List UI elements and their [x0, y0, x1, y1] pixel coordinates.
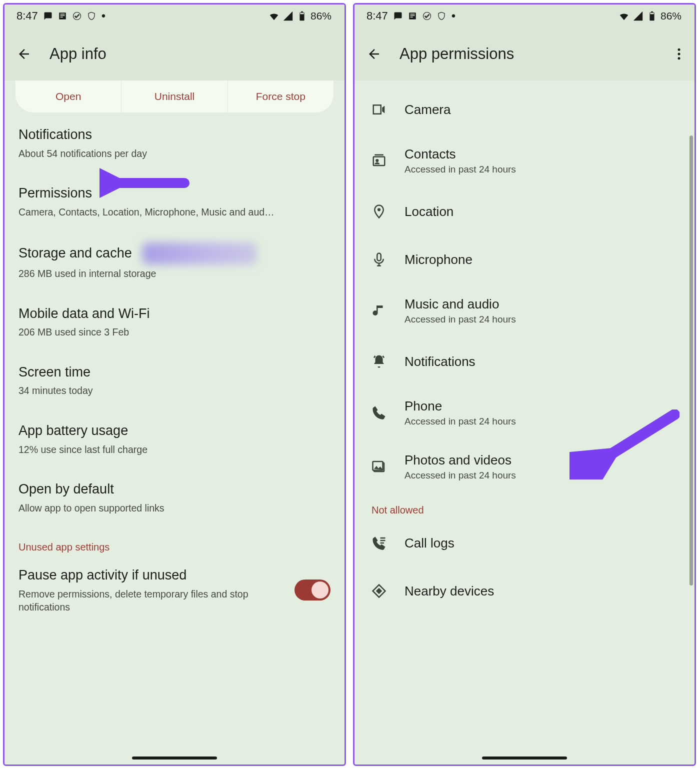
wifi-icon — [268, 10, 280, 22]
article-icon — [408, 12, 417, 20]
shield-icon — [437, 12, 446, 20]
pause-activity-toggle[interactable] — [294, 580, 330, 600]
app-bar: App permissions — [354, 28, 694, 80]
signal-icon — [282, 10, 294, 22]
item-title: Mobile data and Wi-Fi — [18, 304, 330, 324]
cloud-check-icon — [72, 12, 82, 20]
uninstall-button[interactable]: Uninstall — [122, 80, 228, 112]
perm-title: Nearby devices — [404, 584, 678, 599]
svg-rect-5 — [410, 14, 414, 15]
battery-usage-item[interactable]: App battery usage 12% use since last ful… — [4, 410, 344, 468]
perm-title: Camera — [404, 102, 678, 118]
item-title: Permissions — [18, 184, 330, 203]
open-by-default-item[interactable]: Open by default Allow app to open suppor… — [4, 468, 344, 526]
page-title: App permissions — [400, 45, 514, 63]
perm-subtitle: Accessed in past 24 hours — [404, 314, 678, 325]
force-stop-button[interactable]: Force stop — [228, 80, 334, 112]
status-bar: 8:47 • 86% — [354, 4, 694, 28]
svg-rect-3 — [300, 13, 304, 14]
permission-contacts[interactable]: Contacts Accessed in past 24 hours — [354, 134, 694, 188]
cloud-check-icon — [422, 12, 432, 20]
location-icon — [372, 204, 386, 219]
item-title: Storage and cache — [18, 244, 132, 263]
svg-rect-6 — [410, 16, 414, 16]
back-icon[interactable] — [16, 46, 32, 62]
svg-rect-2 — [60, 17, 62, 18]
microphone-icon — [372, 252, 386, 267]
phone-app-permissions: 8:47 • 86% App permissions Camera Contac… — [353, 3, 696, 766]
wifi-icon — [618, 10, 630, 22]
permission-photos[interactable]: Photos and videos Accessed in past 24 ho… — [354, 440, 694, 494]
item-title: Open by default — [18, 480, 330, 499]
perm-subtitle: Accessed in past 24 hours — [404, 416, 678, 427]
permission-notifications[interactable]: Notifications — [354, 338, 694, 386]
bell-icon — [372, 354, 386, 369]
item-title: Notifications — [18, 126, 330, 144]
item-subtitle: 206 MB used since 3 Feb — [18, 326, 330, 338]
svg-point-11 — [678, 57, 680, 60]
screen-time-item[interactable]: Screen time 34 minutes today — [4, 351, 344, 410]
perm-title: Microphone — [404, 252, 678, 268]
chat-bubble-icon — [394, 12, 402, 20]
svg-rect-16 — [377, 254, 381, 261]
perm-subtitle: Accessed in past 24 hours — [404, 164, 678, 175]
permission-camera[interactable]: Camera — [354, 86, 694, 134]
chat-bubble-icon — [44, 12, 52, 20]
perm-subtitle: Accessed in past 24 hours — [404, 470, 678, 481]
open-button[interactable]: Open — [16, 80, 122, 112]
status-battery: 86% — [660, 10, 682, 22]
item-subtitle: Allow app to open supported links — [18, 502, 330, 514]
item-title: App battery usage — [18, 422, 330, 440]
permission-location[interactable]: Location — [354, 188, 694, 236]
status-bar: 8:47 • 86% — [4, 4, 344, 28]
permission-nearby[interactable]: Nearby devices — [354, 567, 694, 615]
perm-title: Phone — [404, 398, 678, 414]
permission-music[interactable]: Music and audio Accessed in past 24 hour… — [354, 284, 694, 338]
svg-rect-8 — [650, 13, 654, 14]
music-note-icon — [372, 303, 386, 318]
mobile-data-item[interactable]: Mobile data and Wi-Fi 206 MB used since … — [4, 292, 344, 351]
perm-title: Location — [404, 204, 678, 220]
battery-icon — [646, 10, 658, 22]
svg-rect-7 — [410, 17, 412, 18]
item-subtitle: 286 MB used in internal storage — [18, 267, 330, 280]
item-subtitle: Remove permissions, delete temporary fil… — [18, 588, 286, 614]
page-title: App info — [50, 45, 106, 63]
phone-app-info: 8:47 • 86% App info Open Uninstall Force… — [3, 3, 346, 766]
section-header-not-allowed: Not allowed — [354, 494, 694, 519]
storage-item[interactable]: Storage and cache 286 MB used in interna… — [4, 230, 344, 292]
svg-point-10 — [678, 53, 680, 56]
nav-handle[interactable] — [482, 756, 567, 760]
permission-call-logs[interactable]: Call logs — [354, 519, 694, 567]
app-bar: App info — [4, 28, 344, 80]
perm-title: Notifications — [404, 354, 678, 370]
permission-phone[interactable]: Phone Accessed in past 24 hours — [354, 386, 694, 440]
svg-point-9 — [678, 48, 680, 51]
status-time: 8:47 — [366, 10, 388, 22]
content: Camera Contacts Accessed in past 24 hour… — [354, 80, 694, 764]
status-battery: 86% — [310, 10, 332, 22]
content: Open Uninstall Force stop Notifications … — [4, 80, 344, 764]
redacted-area — [142, 242, 257, 264]
signal-icon — [632, 10, 644, 22]
article-icon — [58, 12, 67, 20]
item-subtitle: About 54 notifications per day — [18, 147, 330, 160]
more-options-icon[interactable] — [672, 46, 686, 62]
scrollbar[interactable] — [690, 136, 693, 586]
permission-microphone[interactable]: Microphone — [354, 236, 694, 284]
battery-icon — [296, 10, 308, 22]
item-subtitle: 34 minutes today — [18, 384, 330, 397]
back-icon[interactable] — [366, 46, 382, 62]
permissions-item[interactable]: Permissions Camera, Contacts, Location, … — [4, 172, 344, 230]
item-subtitle: Camera, Contacts, Location, Microphone, … — [18, 206, 330, 218]
perm-title: Music and audio — [404, 296, 678, 312]
perm-title: Photos and videos — [404, 452, 678, 468]
photo-icon — [372, 459, 386, 474]
perm-title: Call logs — [404, 536, 678, 551]
svg-rect-1 — [60, 16, 64, 16]
pause-activity-item[interactable]: Pause app activity if unused Remove perm… — [4, 557, 344, 626]
notifications-item[interactable]: Notifications About 54 notifications per… — [4, 114, 344, 172]
nav-handle[interactable] — [132, 756, 217, 760]
contacts-icon — [372, 153, 386, 168]
section-header-unused: Unused app settings — [4, 526, 344, 557]
